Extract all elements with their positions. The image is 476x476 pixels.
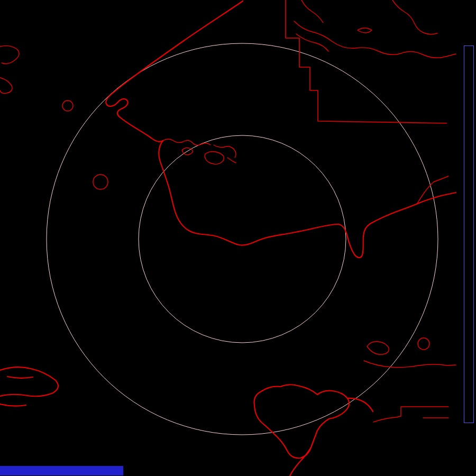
map-canvas <box>0 0 476 476</box>
estuary-detail <box>163 139 236 164</box>
northeast-coastline <box>370 193 456 224</box>
west-islands <box>0 45 19 93</box>
east-peninsula <box>338 224 370 258</box>
coastline-northwest-arc <box>106 1 243 142</box>
lake-ring <box>418 338 429 350</box>
southeast-features <box>364 342 456 422</box>
southwest-islands <box>0 367 58 406</box>
bottom-blue-bar <box>0 466 123 475</box>
range-rings <box>47 43 438 435</box>
northern-rivers <box>294 0 456 58</box>
island-ring-large <box>93 175 108 189</box>
south-island <box>254 385 373 476</box>
island-ring-small <box>62 100 73 111</box>
map-outlines <box>0 0 456 476</box>
inner-range-ring <box>139 135 346 343</box>
coast-branch <box>417 176 448 204</box>
south-coastline <box>159 141 338 245</box>
legend-color-bar <box>464 45 474 423</box>
outer-range-ring <box>47 43 438 435</box>
zone-boundary-steps <box>286 0 447 123</box>
radar-display <box>0 0 476 476</box>
